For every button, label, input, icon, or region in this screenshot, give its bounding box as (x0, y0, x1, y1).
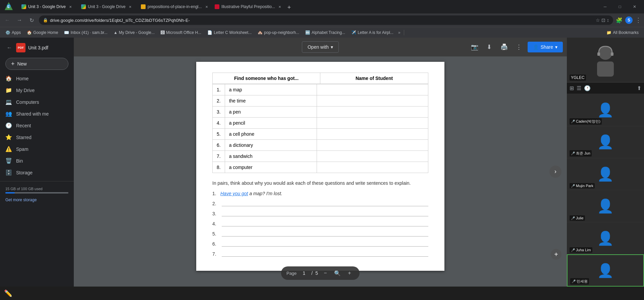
spam-icon: ⚠️ (5, 146, 12, 152)
bookmark-msoffice[interactable]: 🅾 Microsoft Office H... (158, 30, 204, 36)
bookmarks-bar: ⚙️ Apps 🏠 Google Home ✉️ Inbox (41) · sa… (0, 27, 644, 38)
participant-name-mujin: 🎤 Mujin Park (570, 183, 595, 188)
pdf-toolbar-right-group: 📷 ⬇ 🖨️ ⋮ 👤 Share ▾ (469, 41, 563, 53)
profile-avatar[interactable]: S (625, 16, 633, 24)
open-with-button[interactable]: Open with ▾ (302, 41, 339, 53)
tab-1-close[interactable]: ✕ (68, 4, 73, 9)
bookmark-inbox[interactable]: ✉️ Inbox (41) · sam.br... (61, 30, 110, 36)
zoom-out-button[interactable]: − (321, 268, 330, 278)
zoom-in-button[interactable]: + (345, 268, 354, 278)
new-tab-button[interactable]: + (284, 3, 294, 12)
panel-clock-icon[interactable]: 🕐 (584, 85, 591, 91)
bookmark-letter-c[interactable]: 📄 Letter C Worksheet... (205, 30, 254, 36)
row-5-item: a cell phone (225, 129, 317, 140)
address-bar-row: ← → ↻ 🔒 drive.google.com/drive/folders/1… (0, 13, 644, 27)
sidebar-item-computers[interactable]: 💻 Computers (0, 96, 70, 108)
table-row: 5. a cell phone (213, 129, 428, 140)
bookmark-star-icon[interactable]: ☆ (596, 17, 600, 23)
row-1-item: a map (225, 84, 317, 95)
panel-arrow-icon[interactable]: ⬆ (637, 85, 641, 91)
pdf-toolbar: Open with ▾ 📷 ⬇ 🖨️ ⋮ 👤 Share ▾ (74, 38, 567, 56)
maximize-button[interactable]: □ (613, 2, 627, 12)
bookmark-separator (404, 30, 404, 35)
browser-toolbar-icons: 🧩 S ⋮ (616, 16, 641, 24)
tab-3[interactable]: prepositions-of-place-in-engl... ✕ (137, 1, 211, 12)
bookmark-letter-c-label: Letter C Worksheet... (214, 30, 252, 35)
tab-4[interactable]: Illustrative Playful Prepositio... ✕ (211, 1, 284, 12)
cast-icon[interactable]: ⊡ (601, 17, 605, 23)
apps-favicon: ⚙️ (5, 30, 10, 35)
print-tool-button[interactable]: 🖨️ (498, 41, 510, 53)
tab-4-favicon (215, 4, 219, 9)
presenter-name-yglec: YGLEC (570, 75, 586, 81)
caden-placeholder-icon: 👤 (597, 102, 614, 118)
zoom-search-button[interactable]: 🔍 (333, 268, 342, 278)
row-6-answer (317, 140, 428, 151)
camera-tool-button[interactable]: 📷 (469, 41, 481, 53)
sidebar-item-storage[interactable]: 🗄️ Storage (0, 167, 70, 178)
all-bookmarks-button[interactable]: 📁 All Bookmarks (604, 30, 641, 36)
tab-2-close[interactable]: ✕ (127, 4, 133, 9)
share-label: Share (541, 44, 553, 50)
tab-3-close[interactable]: ✕ (204, 4, 209, 9)
more-bookmarks-icon[interactable]: » (397, 30, 402, 35)
new-button[interactable]: + New (5, 58, 68, 70)
bookmark-mydrive[interactable]: ▲ My Drive - Google... (111, 30, 157, 36)
forward-button[interactable]: → (15, 15, 24, 25)
panel-list-icon[interactable]: ☰ (577, 85, 581, 91)
line-6: 6. (212, 240, 428, 247)
next-page-button[interactable]: › (549, 166, 561, 178)
reload-button[interactable]: ↻ (27, 15, 36, 25)
bookmark-popup-label: pop-up-neighborh... (264, 30, 299, 35)
tab-2[interactable]: Unit 3 - Google Drive ✕ (77, 1, 137, 12)
address-bar[interactable]: 🔒 drive.google.com/drive/folders/1EqbtJ_… (39, 15, 613, 25)
participant-name-juha: 🎤 Juha Lim (570, 247, 592, 253)
storage-used-text: 15 GB of 100 GB used (5, 187, 43, 191)
minsewon-name-text: 민세원 (577, 279, 588, 283)
sidebar-item-starred[interactable]: ⭐ Starred (0, 131, 70, 143)
back-to-drive-button[interactable]: ← (5, 44, 13, 52)
inbox-favicon: ✉️ (64, 30, 69, 35)
browser-chrome: E Unit 3 - Google Drive ✕ Unit 3 - Googl… (0, 0, 644, 38)
sidebar-item-mydrive[interactable]: 📁 My Drive (0, 84, 70, 96)
sidebar-item-shared[interactable]: 👥 Shared with me (0, 108, 70, 120)
line-5: 5. (212, 230, 428, 237)
taskbar-edit-icon[interactable]: ✏️ (3, 288, 13, 299)
bookmark-alphabet[interactable]: 🔤 Alphabet Tracing... (303, 30, 348, 36)
pdf-content-wrapper: Find someone who has got... Name of Stud… (74, 56, 567, 287)
sidebar-item-spam[interactable]: ⚠️ Spam (0, 143, 70, 155)
table-header-row: Find someone who has got... Name of Stud… (212, 73, 428, 84)
page-number-input[interactable] (299, 270, 309, 276)
get-storage-button[interactable]: Get more storage (0, 196, 74, 204)
share-chevron-icon: ▾ (555, 44, 557, 50)
close-button[interactable]: ✕ (628, 2, 641, 12)
panel-grid-icon[interactable]: ⊞ (570, 85, 574, 91)
more-options-button[interactable]: ⋮ (513, 41, 525, 53)
menu-icon[interactable]: ⋮ (635, 16, 641, 24)
sidebar-item-home[interactable]: 🏠 Home (0, 73, 70, 84)
download-tool-button[interactable]: ⬇ (483, 41, 495, 53)
back-button[interactable]: ← (3, 15, 12, 25)
extensions-icon[interactable]: 🧩 (616, 17, 623, 24)
bookmark-letter-a[interactable]: ✈️ Letter A is for Airpl... (348, 30, 396, 36)
sidebar-item-bin[interactable]: 🗑️ Bin (0, 155, 70, 167)
tab-4-close[interactable]: ✕ (277, 4, 282, 9)
bookmark-apps[interactable]: ⚙️ Apps (3, 30, 23, 36)
line-5-blank (222, 230, 428, 237)
storage-bar-background (5, 192, 68, 194)
row-2-num: 2. (213, 95, 225, 106)
participant-name-julie: 🎤 Julie (570, 215, 585, 221)
panel-toolbar: ⊞ ☰ 🕐 ⬆ (567, 83, 644, 94)
zoom-plus-button[interactable]: + (551, 249, 561, 260)
sync-icon[interactable]: ↕ (607, 17, 609, 23)
bookmark-popup[interactable]: 🏘️ pop-up-neighborh... (255, 30, 302, 36)
share-button[interactable]: 👤 Share ▾ (528, 42, 563, 52)
instruction-text: In pairs, think about why you would ask … (212, 180, 411, 186)
bookmark-google-home[interactable]: 🏠 Google Home (24, 30, 61, 36)
minimize-button[interactable]: ─ (598, 2, 612, 12)
tab-1[interactable]: Unit 3 - Google Drive ✕ (17, 1, 77, 12)
sidebar-item-recent[interactable]: 🕐 Recent (0, 120, 70, 131)
minsewon-mic-icon: 🎤 (572, 280, 576, 283)
mydrive-label: My Drive (16, 88, 35, 93)
home-icon: 🏠 (5, 75, 12, 82)
